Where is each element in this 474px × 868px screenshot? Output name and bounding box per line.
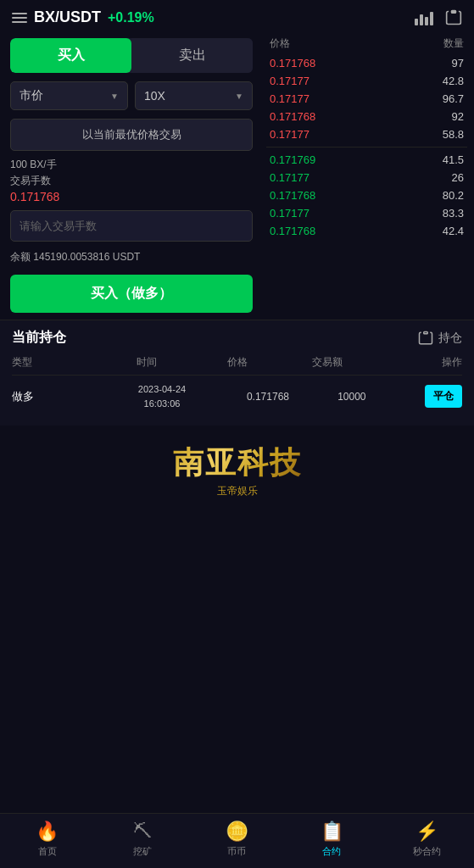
balance-value: 145190.0053816 [33, 251, 109, 263]
bottom-nav: 🔥 首页 ⛏ 挖矿 🪙 币币 📋 合约 ⚡ 秒合约 [0, 813, 474, 868]
sell-order-3: 0.17177 96.7 [266, 90, 467, 108]
pos-amount: 10000 [312, 391, 392, 403]
header-change: +0.19% [108, 10, 154, 25]
lot-info: 100 BX/手 [10, 158, 253, 172]
nav-quick-label: 秒合约 [413, 845, 441, 858]
chevron-down-icon: ▼ [110, 92, 119, 101]
nav-home-label: 首页 [38, 845, 57, 858]
sell-order-2: 0.17177 42.8 [266, 72, 467, 90]
hold-label: 持仓 [438, 331, 462, 346]
positions-right: 持仓 [418, 331, 462, 346]
trade-quantity-input[interactable] [10, 210, 253, 242]
position-row-1: 做多 2023-04-24 16:03:06 0.171768 10000 平仓 [12, 376, 462, 417]
positions-clipboard-icon [418, 331, 433, 346]
mining-icon: ⛏ [133, 821, 152, 843]
col-type: 类型 [12, 355, 102, 370]
nav-home[interactable]: 🔥 首页 [0, 821, 95, 858]
trade-tabs: 买入 卖出 [10, 38, 253, 73]
tab-sell[interactable]: 卖出 [131, 38, 253, 73]
header-right [415, 9, 462, 26]
fee-label: 交易手数 [10, 174, 253, 188]
col-time: 时间 [102, 355, 192, 370]
contract-icon: 📋 [321, 821, 343, 843]
pos-type: 做多 [12, 389, 100, 404]
positions-header: 当前持仓 持仓 [12, 329, 462, 347]
positions-title: 当前持仓 [12, 329, 66, 347]
balance-display: 余额 145190.0053816 USDT [10, 250, 253, 264]
positions-section: 当前持仓 持仓 类型 时间 价格 交易额 操作 做多 2023-04-24 16… [0, 320, 474, 426]
col-amount: 交易额 [282, 355, 372, 370]
buy-order-3: 0.171768 80.2 [266, 186, 467, 204]
quick-contract-icon: ⚡ [415, 821, 438, 843]
current-price-display: 0.171768 [10, 190, 253, 203]
price-header: 价格 [270, 36, 290, 51]
balance-unit: USDT [109, 251, 140, 263]
logo-sub: 玉帝娱乐 [173, 484, 302, 498]
pos-action: 平仓 [392, 385, 462, 408]
pos-price: 0.171768 [224, 391, 312, 403]
main-trading-area: 买入 卖出 市价 ▼ 10X ▼ 以当前最优价格交易 100 BX/手 交 [0, 31, 474, 320]
spacer [0, 507, 474, 676]
leverage-select[interactable]: 10X ▼ [135, 81, 253, 110]
qty-header: 数量 [443, 36, 464, 51]
positions-table-header: 类型 时间 价格 交易额 操作 [12, 355, 462, 376]
order-type-label: 市价 [20, 88, 43, 103]
home-icon: 🔥 [36, 821, 59, 843]
sell-order-5: 0.17177 58.8 [266, 125, 467, 143]
buy-order-5: 0.171768 42.4 [266, 222, 467, 240]
svg-rect-1 [452, 10, 456, 13]
col-action: 操作 [372, 355, 462, 370]
chevron-down-icon-2: ▼ [235, 92, 243, 101]
header-title: BX/USDT [34, 8, 101, 26]
sell-orders: 0.171768 97 0.17177 42.8 0.17177 96.7 0.… [266, 54, 467, 143]
buy-order-2: 0.17177 26 [266, 169, 467, 186]
header: BX/USDT +0.19% [0, 0, 474, 31]
nav-mining[interactable]: ⛏ 挖矿 [95, 821, 190, 858]
nav-mining-label: 挖矿 [133, 845, 152, 858]
coin-icon: 🪙 [226, 821, 248, 843]
sell-order-4: 0.171768 92 [266, 108, 467, 125]
nav-contract[interactable]: 📋 合约 [284, 821, 379, 858]
order-book-divider [266, 147, 467, 147]
bar-chart-icon[interactable] [415, 10, 433, 25]
tab-buy[interactable]: 买入 [10, 38, 131, 73]
left-panel: 买入 卖出 市价 ▼ 10X ▼ 以当前最优价格交易 100 BX/手 交 [0, 31, 263, 320]
logo-area: 南亚科技 玉帝娱乐 [0, 426, 474, 507]
best-price-button[interactable]: 以当前最优价格交易 [10, 119, 253, 151]
buy-order-4: 0.17177 83.3 [266, 204, 467, 222]
order-type-row: 市价 ▼ 10X ▼ [10, 81, 253, 110]
nav-quick-contract[interactable]: ⚡ 秒合约 [379, 821, 474, 858]
buy-order-1: 0.171769 41.5 [266, 151, 467, 169]
nav-contract-label: 合约 [322, 845, 341, 858]
order-book-panel: 价格 数量 0.171768 97 0.17177 42.8 0.17177 9… [263, 31, 474, 320]
svg-rect-2 [424, 331, 428, 333]
header-left: BX/USDT +0.19% [12, 8, 154, 26]
menu-icon[interactable] [12, 13, 27, 23]
nav-spot-label: 币币 [227, 845, 246, 858]
sell-order-1: 0.171768 97 [266, 54, 467, 72]
pos-time: 2023-04-24 16:03:06 [100, 382, 224, 410]
balance-label: 余额 [10, 251, 33, 263]
nav-spot[interactable]: 🪙 币币 [190, 821, 285, 858]
clipboard-icon[interactable] [445, 9, 462, 26]
col-price: 价格 [192, 355, 282, 370]
order-type-select[interactable]: 市价 ▼ [10, 81, 128, 110]
logo-text: 南亚科技 [173, 442, 302, 484]
leverage-label: 10X [144, 89, 165, 103]
order-book-header: 价格 数量 [266, 36, 467, 54]
close-position-button[interactable]: 平仓 [425, 385, 462, 408]
buy-button[interactable]: 买入（做多） [10, 275, 253, 313]
buy-orders: 0.171769 41.5 0.17177 26 0.171768 80.2 0… [266, 151, 467, 240]
